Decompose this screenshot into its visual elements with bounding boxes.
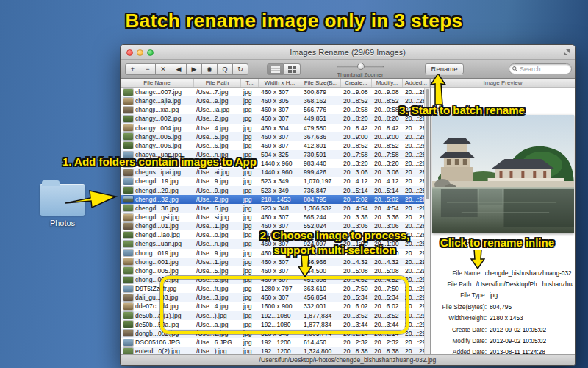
table-header: File NameFile PathT...Width x H...File S… — [121, 79, 430, 88]
table-cell: 1440 x 960 — [259, 168, 301, 177]
table-cell: 460 x 304 — [259, 124, 301, 132]
remove-button[interactable]: − — [140, 63, 156, 75]
table-cell: 20...7:58 — [372, 150, 403, 159]
thumbnail-zoomer: Thumbnail Zoomer — [332, 63, 388, 78]
table-cell: 20...4:54 — [372, 204, 403, 213]
metadata-value[interactable]: 2180 x 1453 — [490, 314, 523, 322]
thumbnail-icon — [123, 321, 133, 328]
table-cell: 20...2:32 — [341, 338, 372, 347]
table-row[interactable]: chengd...32.jpg/Use...2.jpgjpg218...1453… — [121, 195, 430, 204]
table-row[interactable]: changc...ajie.jpg/Use...e.jpgjpg460 x 30… — [121, 96, 430, 105]
table-cell: 460 x 307 — [259, 213, 301, 222]
thumbnail-zoomer-slider[interactable] — [337, 66, 384, 68]
metadata-label: File Name: — [431, 269, 482, 277]
column-header[interactable]: Create... — [341, 79, 372, 87]
metadata-value[interactable]: chengde_bishushanzhuang-032.jpg — [485, 269, 573, 277]
rename-button[interactable]: Rename — [425, 63, 464, 74]
table-row[interactable]: chengd...29.jpg/Use...9.jpgjpg523 x 3497… — [121, 186, 430, 195]
grid-icon — [288, 66, 296, 73]
file-name: chengd...gsi.jpg — [135, 213, 179, 222]
table-scrollbar[interactable] — [424, 88, 430, 354]
table-row[interactable]: changy...002.jpg/Use...2.jpgjpg460 x 307… — [121, 114, 430, 123]
zoom-button[interactable] — [147, 49, 154, 56]
thumbnail-icon — [123, 124, 133, 131]
toolbar: +−✕◀▶◉Q↻ Thumbnail Zoom — [121, 60, 575, 79]
minimize-button[interactable] — [137, 49, 143, 56]
table-cell: 523 x 349 — [259, 186, 301, 195]
add-button[interactable]: + — [125, 63, 140, 75]
forward-button[interactable]: ▶ — [187, 63, 202, 75]
table-row[interactable]: chengd...36.jpg/Use...6.jpgjpg523 x 3481… — [121, 204, 430, 213]
column-header[interactable]: File Size(B... — [301, 79, 341, 87]
grid-view-button[interactable] — [284, 63, 301, 75]
thumbnail-icon — [123, 241, 133, 247]
metadata-value[interactable]: 2012-09-02 10:05:02 — [490, 326, 546, 333]
close-button[interactable] — [126, 49, 133, 56]
titlebar[interactable]: Images Rename (29/69 Images) — [121, 45, 575, 60]
table-cell: 20...9:08 — [341, 88, 372, 96]
clear-button[interactable]: ✕ — [156, 63, 171, 75]
file-name: chegns...ipai.jpg — [135, 168, 181, 177]
table-cell: 20...8:52 — [341, 96, 372, 105]
thumbnail-icon — [123, 303, 133, 310]
annotation-step2-line1: 2. Choose image to process, — [256, 228, 414, 243]
table-cell: 368,162 — [301, 96, 341, 105]
table-row[interactable]: chong...005.jpg/Use...5.jpgjpg460 x 3073… — [121, 266, 430, 275]
table-cell: 20...8:38 — [372, 347, 403, 354]
image-preview — [432, 115, 574, 233]
fullscreen-icon[interactable] — [563, 49, 570, 56]
list-view-button[interactable] — [267, 63, 284, 75]
metadata-label: File Size(Bytes): — [431, 303, 487, 311]
column-header[interactable]: T... — [241, 79, 259, 87]
metadata-value[interactable]: 804,795 — [490, 303, 512, 311]
table-cell: 300,879 — [301, 88, 341, 96]
back-button[interactable]: ◀ — [171, 63, 187, 75]
file-name: changji...xia.jpg — [135, 105, 179, 114]
table-cell: 20...8:42 — [341, 124, 372, 132]
search-button[interactable]: Q — [218, 63, 233, 75]
table-cell: jpg — [241, 168, 259, 177]
table-cell: /Use...4.jpg — [194, 124, 241, 132]
quicklook-button[interactable]: ◉ — [202, 63, 218, 75]
search-input[interactable] — [520, 66, 568, 73]
table-row[interactable]: changy...006.jpg/Use...6.jpgjpg460 x 307… — [121, 141, 430, 150]
file-name: changc...007.jpg — [135, 88, 182, 96]
column-header[interactable]: Modify... — [372, 79, 403, 87]
table-row[interactable]: DSC05106.JPG/Use...6.JPGjpg192...1200614… — [121, 338, 430, 347]
column-header[interactable]: File Name — [121, 79, 194, 87]
metadata-label: File Type: — [431, 291, 487, 299]
table-cell: /Use...9.jpg — [194, 249, 241, 258]
slider-knob-icon[interactable] — [357, 63, 365, 70]
table-cell: 20...8:20 — [372, 114, 403, 123]
table-row[interactable]: chong...001.jpg/Use...1.jpgjpg460 x 3074… — [121, 258, 430, 266]
table-cell: /Use...5.jpg — [194, 266, 241, 275]
metadata-value[interactable]: jpg — [490, 291, 498, 299]
add-folder-arrow-icon — [65, 185, 118, 213]
headline: Batch rename image only in 3 steps — [0, 10, 588, 32]
file-name: chong...019.jpg — [135, 249, 179, 258]
inline-rename-arrow-icon — [470, 250, 485, 269]
table-row[interactable]: chegns...ipai.jpg/Use...ai.jpgjpg1440 x … — [121, 168, 430, 177]
table-cell: jpg — [241, 124, 259, 132]
table-cell: 20...3:20 — [372, 159, 403, 168]
table-row[interactable]: chengd...19.jpg/Use...9.jpgjpg523 x 3491… — [121, 177, 430, 185]
toolbar-button-group: +−✕◀▶◉Q↻ — [125, 63, 248, 75]
refresh-button[interactable]: ↻ — [233, 63, 248, 75]
column-header[interactable]: File Path — [194, 79, 241, 87]
metadata-value[interactable]: 2012-09-02 10:05:02 — [490, 337, 546, 344]
table-cell: 20...3:20 — [341, 159, 372, 168]
column-header[interactable]: Added... — [403, 79, 430, 87]
table-row[interactable]: changy...005.jpg/Use...5.jpgjpg460 x 307… — [121, 132, 430, 141]
metadata-row: File Size(Bytes):804,795 — [431, 301, 573, 312]
table-row[interactable]: changji...xia.jpg/Use...ia.jpgjpg460 x 3… — [121, 105, 430, 114]
search-field[interactable] — [509, 63, 572, 74]
table-row[interactable]: enterd...0(2).jpg/Use...).jpgjpg192...12… — [121, 347, 430, 354]
table-row[interactable]: changy...004.jpg/Use...4.jpgjpg460 x 304… — [121, 124, 430, 132]
column-header[interactable]: Width x H... — [259, 79, 301, 87]
table-row[interactable]: changc...007.jpg/Use...7.jpgjpg460 x 307… — [121, 88, 430, 96]
table-cell: /Use...6.JPG — [194, 338, 241, 347]
table-cell: /Use...).jpg — [194, 347, 241, 354]
table-cell: /Use...6.jpg — [194, 204, 241, 213]
metadata-value[interactable]: /Users/fun/Desktop/Ph...hushanzhuang-032… — [476, 280, 573, 288]
table-row[interactable]: chengd...gsi.jpg/Use...si.jpgjpg460 x 30… — [121, 213, 430, 222]
